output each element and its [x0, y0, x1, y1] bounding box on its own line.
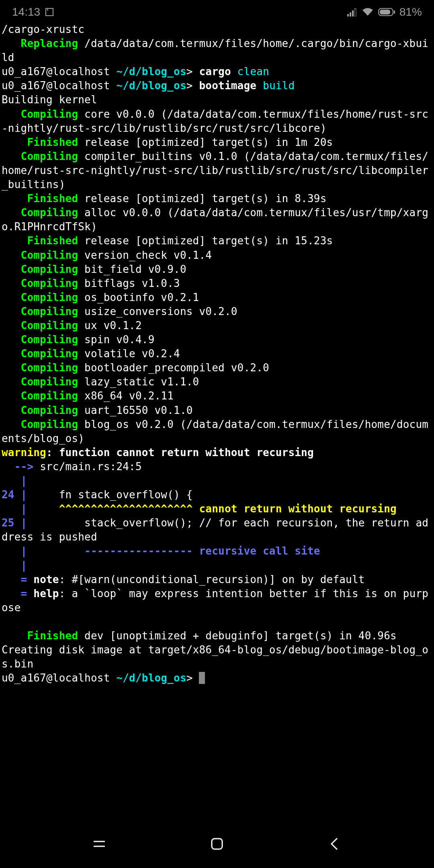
time-label: 14:13 — [12, 4, 40, 20]
text: usize_conversions v0.2.0 — [78, 305, 237, 317]
cell-signal-icon — [347, 8, 358, 16]
gutter: | — [2, 559, 27, 571]
compiling-label: Compiling — [2, 334, 78, 346]
cmd-arg: build — [263, 80, 295, 92]
warn-arrow: --> — [2, 461, 40, 473]
eq-gutter: = — [2, 573, 33, 585]
compiling-label: Compiling — [2, 348, 78, 360]
recent-apps-button[interactable] — [91, 836, 107, 852]
caret-msg: cannot return without recursing — [199, 503, 396, 515]
text: volatile v0.2.4 — [78, 348, 180, 360]
text: uart_16550 v0.1.0 — [78, 404, 192, 416]
compiling-label: Compiling — [2, 362, 78, 374]
compiling-label: Compiling — [2, 390, 78, 402]
cursor-block — [199, 672, 205, 684]
svg-rect-0 — [46, 8, 53, 16]
battery-pct: 81% — [399, 4, 422, 20]
prompt-user: u0_a167@localhost — [2, 672, 116, 684]
finished-label: Finished — [2, 235, 78, 247]
prompt-user: u0_a167@localhost — [2, 66, 116, 78]
home-button[interactable] — [209, 836, 225, 852]
compiling-label: Compiling — [2, 404, 78, 416]
gutter: | — [2, 475, 27, 487]
text: bitflags v1.0.3 — [78, 277, 180, 289]
text: release [optimized] target(s) in 1m 20s — [78, 136, 333, 148]
gutter: | — [2, 503, 59, 515]
cmd-arg: clean — [237, 66, 269, 78]
svg-rect-11 — [212, 839, 222, 849]
terminal[interactable]: /cargo-xrustc Replacing /data/data/com.t… — [0, 23, 434, 685]
back-button[interactable] — [327, 836, 343, 852]
svg-rect-1 — [47, 9, 48, 10]
code: fn stack_overflow() { — [27, 489, 192, 501]
compiling-label: Compiling — [2, 418, 78, 430]
prompt-path: ~/d/blog_os — [116, 80, 186, 92]
text: /cargo-xrustc — [2, 23, 84, 35]
prompt-sep: > — [186, 672, 199, 684]
line-num: 24 — [2, 489, 21, 501]
compiling-label: Compiling — [2, 305, 78, 317]
battery-icon — [378, 8, 395, 16]
note-kw: note — [33, 573, 59, 585]
svg-rect-7 — [380, 10, 390, 14]
prompt-path: ~/d/blog_os — [116, 66, 186, 78]
eq-gutter: = — [2, 588, 33, 600]
compiling-label: Compiling — [2, 263, 78, 275]
rectangle-icon — [45, 8, 54, 16]
text: Building kernel — [2, 94, 97, 106]
dashes: ----------------- — [84, 545, 199, 557]
carets: ^^^^^^^^^^^^^^^^^^^^^ — [59, 503, 199, 515]
help-msg: : a `loop` may express intention better … — [2, 588, 428, 614]
compiling-label: Compiling — [2, 108, 78, 120]
status-left: 14:13 — [12, 4, 54, 20]
prompt-path: ~/d/blog_os — [116, 672, 186, 684]
text: os_bootinfo v0.2.1 — [78, 291, 199, 303]
prompt-user: u0_a167@localhost — [2, 80, 116, 92]
warning-keyword: warning — [2, 446, 46, 459]
text: lazy_static v1.1.0 — [78, 376, 199, 388]
text: bootloader_precompiled v0.2.0 — [78, 362, 269, 374]
text: release [optimized] target(s) in 8.39s — [78, 192, 326, 205]
text: version_check v0.1.4 — [78, 249, 212, 261]
prompt-sep: > — [186, 66, 199, 78]
text: Creating disk image at target/x86_64-blo… — [2, 644, 428, 670]
svg-rect-4 — [352, 10, 354, 16]
finished-label: Finished — [2, 630, 78, 642]
warning-msg: : function cannot return without recursi… — [46, 446, 314, 459]
warn-loc: src/main.rs:24:5 — [40, 461, 142, 473]
compiling-label: Compiling — [2, 291, 78, 303]
compiling-label: Compiling — [2, 376, 78, 388]
replacing-label: Replacing — [2, 37, 78, 49]
compiling-label: Compiling — [2, 277, 78, 289]
status-right: 81% — [347, 4, 422, 20]
finished-label: Finished — [2, 192, 78, 205]
svg-rect-5 — [354, 8, 356, 16]
help-kw: help — [33, 588, 59, 600]
text: dev [unoptimized + debuginfo] target(s) … — [78, 630, 397, 642]
wifi-icon — [362, 8, 374, 16]
gutter: | — [2, 545, 84, 557]
compiling-label: Compiling — [2, 319, 78, 332]
code: stack_overflow(); // for each recursion,… — [2, 517, 428, 543]
text: x86_64 v0.2.11 — [78, 390, 174, 402]
cmd: cargo — [199, 66, 237, 78]
text: spin v0.4.9 — [78, 334, 154, 346]
svg-rect-2 — [347, 14, 349, 16]
nav-bar — [0, 820, 434, 868]
compiling-label: Compiling — [2, 249, 78, 261]
note-msg: : #[warn(unconditional_recursion)] on by… — [59, 573, 365, 585]
cmd: bootimage — [199, 80, 263, 92]
text: release [optimized] target(s) in 15.23s — [78, 235, 333, 247]
svg-rect-8 — [394, 10, 395, 14]
pipe: | — [21, 489, 27, 501]
dash-msg: recursive call site — [199, 545, 320, 557]
pipe: | — [21, 517, 27, 529]
svg-rect-3 — [350, 12, 351, 16]
line-num: 25 — [2, 517, 21, 529]
text: bit_field v0.9.0 — [78, 263, 186, 275]
status-bar: 14:13 81% — [0, 0, 434, 23]
text: ux v0.1.2 — [78, 319, 142, 332]
compiling-label: Compiling — [2, 150, 78, 162]
prompt-sep: > — [186, 80, 199, 92]
compiling-label: Compiling — [2, 207, 78, 219]
